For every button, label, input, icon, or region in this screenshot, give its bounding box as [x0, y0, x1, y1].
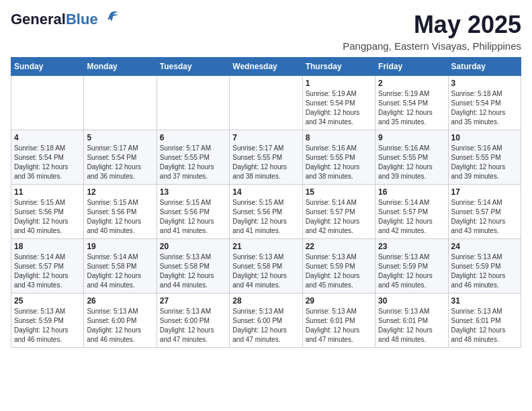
day-number: 14 — [232, 187, 299, 197]
day-info: Sunrise: 5:15 AMSunset: 5:56 PMDaylight:… — [87, 198, 153, 236]
day-number: 2 — [378, 79, 445, 88]
table-row: 28Sunrise: 5:13 AMSunset: 6:00 PMDayligh… — [230, 293, 302, 348]
col-friday: Friday — [375, 58, 448, 76]
title-block: May 2025 Pangpang, Eastern Visayas, Phil… — [343, 11, 521, 52]
table-row: 17Sunrise: 5:14 AMSunset: 5:57 PMDayligh… — [448, 185, 521, 239]
table-row: 24Sunrise: 5:13 AMSunset: 5:59 PMDayligh… — [448, 239, 521, 293]
col-thursday: Thursday — [302, 58, 375, 76]
table-row: 4Sunrise: 5:18 AMSunset: 5:54 PMDaylight… — [11, 130, 84, 185]
calendar-week-row: 11Sunrise: 5:15 AMSunset: 5:56 PMDayligh… — [11, 185, 521, 239]
day-info: Sunrise: 5:14 AMSunset: 5:57 PMDaylight:… — [14, 253, 81, 290]
table-row: 10Sunrise: 5:16 AMSunset: 5:55 PMDayligh… — [448, 130, 521, 185]
table-row — [84, 76, 157, 130]
day-number: 13 — [160, 187, 226, 197]
day-number: 30 — [378, 296, 445, 306]
day-info: Sunrise: 5:13 AMSunset: 6:01 PMDaylight:… — [306, 307, 372, 345]
page-header: GeneralBlue May 2025 Pangpang, Eastern V… — [11, 11, 521, 52]
calendar-week-row: 1Sunrise: 5:19 AMSunset: 5:54 PMDaylight… — [11, 76, 521, 130]
day-number: 29 — [306, 296, 372, 306]
day-number: 21 — [232, 242, 299, 251]
table-row: 11Sunrise: 5:15 AMSunset: 5:56 PMDayligh… — [11, 185, 84, 239]
day-info: Sunrise: 5:17 AMSunset: 5:55 PMDaylight:… — [232, 144, 299, 181]
day-info: Sunrise: 5:17 AMSunset: 5:54 PMDaylight:… — [87, 144, 153, 181]
day-info: Sunrise: 5:14 AMSunset: 5:58 PMDaylight:… — [87, 253, 153, 290]
day-info: Sunrise: 5:16 AMSunset: 5:55 PMDaylight:… — [451, 144, 518, 181]
day-number: 20 — [160, 242, 226, 251]
day-number: 8 — [306, 133, 372, 142]
day-number: 19 — [87, 242, 153, 251]
table-row — [11, 76, 84, 130]
day-info: Sunrise: 5:13 AMSunset: 5:59 PMDaylight:… — [378, 253, 445, 290]
table-row — [230, 76, 302, 130]
day-number: 28 — [232, 296, 299, 306]
day-number: 17 — [451, 187, 518, 197]
table-row: 23Sunrise: 5:13 AMSunset: 5:59 PMDayligh… — [375, 239, 448, 293]
table-row: 9Sunrise: 5:16 AMSunset: 5:55 PMDaylight… — [375, 130, 448, 185]
day-info: Sunrise: 5:19 AMSunset: 5:54 PMDaylight:… — [378, 89, 445, 127]
day-number: 18 — [14, 242, 81, 251]
calendar-header-row: Sunday Monday Tuesday Wednesday Thursday… — [11, 58, 521, 76]
col-sunday: Sunday — [11, 58, 84, 76]
table-row: 15Sunrise: 5:14 AMSunset: 5:57 PMDayligh… — [302, 185, 375, 239]
day-number: 23 — [378, 242, 445, 251]
col-saturday: Saturday — [448, 58, 521, 76]
calendar-week-row: 25Sunrise: 5:13 AMSunset: 5:59 PMDayligh… — [11, 293, 521, 348]
day-info: Sunrise: 5:15 AMSunset: 5:56 PMDaylight:… — [160, 198, 226, 236]
calendar-table: Sunday Monday Tuesday Wednesday Thursday… — [11, 57, 521, 348]
table-row: 16Sunrise: 5:14 AMSunset: 5:57 PMDayligh… — [375, 185, 448, 239]
day-number: 3 — [451, 79, 518, 88]
table-row: 19Sunrise: 5:14 AMSunset: 5:58 PMDayligh… — [84, 239, 157, 293]
day-info: Sunrise: 5:13 AMSunset: 5:58 PMDaylight:… — [232, 253, 299, 290]
day-number: 10 — [451, 133, 518, 142]
day-number: 22 — [306, 242, 372, 251]
table-row: 26Sunrise: 5:13 AMSunset: 6:00 PMDayligh… — [84, 293, 157, 348]
table-row: 31Sunrise: 5:13 AMSunset: 6:01 PMDayligh… — [448, 293, 521, 348]
day-number: 24 — [451, 242, 518, 251]
table-row — [157, 76, 229, 130]
logo-blue: Blue — [66, 11, 98, 28]
table-row: 13Sunrise: 5:15 AMSunset: 5:56 PMDayligh… — [157, 185, 229, 239]
day-info: Sunrise: 5:15 AMSunset: 5:56 PMDaylight:… — [232, 198, 299, 236]
day-info: Sunrise: 5:13 AMSunset: 6:01 PMDaylight:… — [451, 307, 518, 345]
col-wednesday: Wednesday — [230, 58, 302, 76]
table-row: 7Sunrise: 5:17 AMSunset: 5:55 PMDaylight… — [230, 130, 302, 185]
day-info: Sunrise: 5:17 AMSunset: 5:55 PMDaylight:… — [160, 144, 226, 181]
day-info: Sunrise: 5:14 AMSunset: 5:57 PMDaylight:… — [451, 198, 518, 236]
day-number: 9 — [378, 133, 445, 142]
day-info: Sunrise: 5:16 AMSunset: 5:55 PMDaylight:… — [378, 144, 445, 181]
day-number: 27 — [160, 296, 226, 306]
day-number: 16 — [378, 187, 445, 197]
day-info: Sunrise: 5:14 AMSunset: 5:57 PMDaylight:… — [378, 198, 445, 236]
day-number: 12 — [87, 187, 153, 197]
col-monday: Monday — [84, 58, 157, 76]
calendar-week-row: 4Sunrise: 5:18 AMSunset: 5:54 PMDaylight… — [11, 130, 521, 185]
col-tuesday: Tuesday — [157, 58, 229, 76]
table-row: 6Sunrise: 5:17 AMSunset: 5:55 PMDaylight… — [157, 130, 229, 185]
table-row: 25Sunrise: 5:13 AMSunset: 5:59 PMDayligh… — [11, 293, 84, 348]
table-row: 8Sunrise: 5:16 AMSunset: 5:55 PMDaylight… — [302, 130, 375, 185]
day-number: 7 — [232, 133, 299, 142]
table-row: 20Sunrise: 5:13 AMSunset: 5:58 PMDayligh… — [157, 239, 229, 293]
day-info: Sunrise: 5:13 AMSunset: 6:00 PMDaylight:… — [87, 307, 153, 345]
day-info: Sunrise: 5:13 AMSunset: 5:59 PMDaylight:… — [306, 253, 372, 290]
month-title: May 2025 — [343, 11, 521, 39]
table-row: 27Sunrise: 5:13 AMSunset: 6:00 PMDayligh… — [157, 293, 229, 348]
day-info: Sunrise: 5:13 AMSunset: 5:59 PMDaylight:… — [14, 307, 81, 345]
table-row: 30Sunrise: 5:13 AMSunset: 6:01 PMDayligh… — [375, 293, 448, 348]
table-row: 22Sunrise: 5:13 AMSunset: 5:59 PMDayligh… — [302, 239, 375, 293]
day-number: 4 — [14, 133, 81, 142]
day-number: 11 — [14, 187, 81, 197]
day-info: Sunrise: 5:13 AMSunset: 6:00 PMDaylight:… — [232, 307, 299, 345]
table-row: 12Sunrise: 5:15 AMSunset: 5:56 PMDayligh… — [84, 185, 157, 239]
table-row: 29Sunrise: 5:13 AMSunset: 6:01 PMDayligh… — [302, 293, 375, 348]
table-row: 3Sunrise: 5:18 AMSunset: 5:54 PMDaylight… — [448, 76, 521, 130]
day-info: Sunrise: 5:13 AMSunset: 5:59 PMDaylight:… — [451, 253, 518, 290]
day-info: Sunrise: 5:14 AMSunset: 5:57 PMDaylight:… — [306, 198, 372, 236]
table-row: 18Sunrise: 5:14 AMSunset: 5:57 PMDayligh… — [11, 239, 84, 293]
calendar-week-row: 18Sunrise: 5:14 AMSunset: 5:57 PMDayligh… — [11, 239, 521, 293]
day-number: 6 — [160, 133, 226, 142]
day-info: Sunrise: 5:13 AMSunset: 6:01 PMDaylight:… — [378, 307, 445, 345]
day-number: 15 — [306, 187, 372, 197]
day-number: 1 — [306, 79, 372, 88]
day-info: Sunrise: 5:15 AMSunset: 5:56 PMDaylight:… — [14, 198, 81, 236]
